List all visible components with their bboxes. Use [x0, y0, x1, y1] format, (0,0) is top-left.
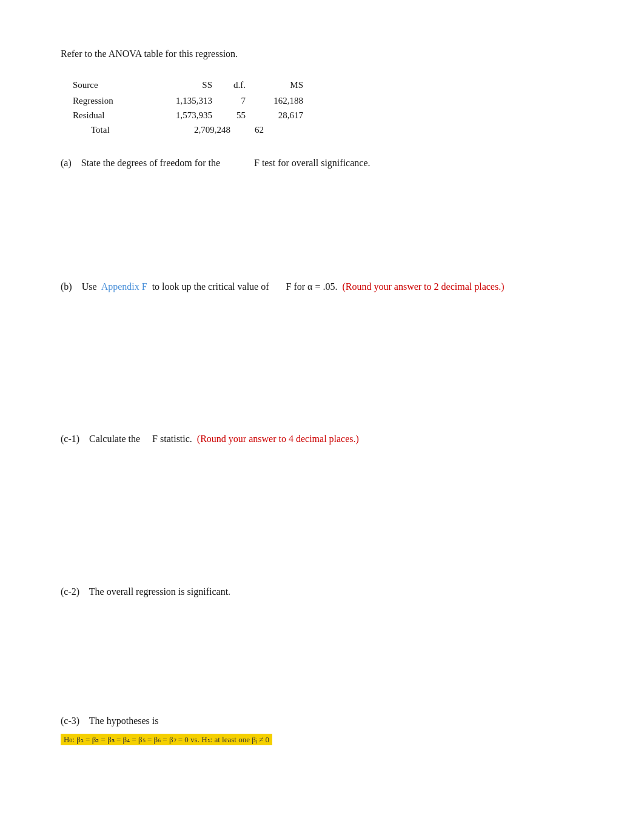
- table-row: Regression 1,135,313 7 162,188: [73, 93, 583, 108]
- part-c1-instruction: (Round your answer to 4 decimal places.): [197, 434, 359, 444]
- part-b-text2: to look up the critical value of: [152, 281, 269, 292]
- part-c1-text: Calculate the: [89, 434, 140, 444]
- row-total-df: 62: [243, 122, 273, 137]
- part-a-label: (a) State the degrees of freedom for the…: [61, 155, 583, 171]
- part-a-text: State the degrees of freedom for the: [81, 158, 220, 168]
- col-header-ss: SS: [146, 78, 224, 92]
- part-b-instruction: (Round your answer to 2 decimal places.): [342, 281, 504, 292]
- row-regression-ss: 1,135,313: [146, 93, 224, 108]
- part-b-text: Use: [82, 281, 97, 292]
- part-c1-label: (c-1) Calculate the F statistic. (Round …: [61, 431, 583, 447]
- part-b-answer-area: [61, 310, 583, 407]
- part-c3: (c-3) The hypotheses is H₀: β₁ = β₂ = β₃…: [61, 713, 583, 745]
- part-c2-answer-area: [61, 604, 583, 701]
- appendix-f-link[interactable]: Appendix F: [101, 281, 147, 292]
- row-total-source: Total: [91, 122, 164, 137]
- row-total-ms: [273, 122, 321, 137]
- row-residual-ss: 1,573,935: [146, 108, 224, 122]
- table-row: Residual 1,573,935 55 28,617: [73, 108, 583, 122]
- part-b-text3: F for α = .05.: [286, 281, 338, 292]
- part-b: (b) Use Appendix F to look up the critic…: [61, 279, 583, 407]
- part-c3-text: The hypotheses is: [89, 716, 159, 726]
- row-regression-ms: 162,188: [255, 93, 303, 108]
- col-header-source: Source: [73, 78, 146, 92]
- part-c1-answer-area: [61, 463, 583, 560]
- part-c2-text: The overall regression is significant.: [89, 586, 230, 597]
- row-regression-source: Regression: [73, 93, 146, 108]
- part-b-label: (b) Use Appendix F to look up the critic…: [61, 279, 583, 295]
- col-header-df: d.f.: [224, 78, 255, 92]
- part-a-answer-area: [61, 176, 583, 255]
- row-total-ss: 2,709,248: [164, 122, 243, 137]
- intro-text: Refer to the ANOVA table for this regres…: [61, 49, 583, 59]
- row-residual-df: 55: [224, 108, 255, 122]
- row-residual-ms: 28,617: [255, 108, 303, 122]
- part-c1: (c-1) Calculate the F statistic. (Round …: [61, 431, 583, 560]
- part-a-text2: F test for overall significance.: [254, 158, 371, 168]
- part-c3-label: (c-3) The hypotheses is: [61, 713, 583, 729]
- row-regression-df: 7: [224, 93, 255, 108]
- row-residual-source: Residual: [73, 108, 146, 122]
- col-header-ms: MS: [255, 78, 303, 92]
- part-c3-answer: H₀: β₁ = β₂ = β₃ = β₄ = β₅ = β₆ = β₇ = 0…: [61, 734, 272, 745]
- part-a: (a) State the degrees of freedom for the…: [61, 155, 583, 255]
- anova-table: Source SS d.f. MS Regression 1,135,313 7…: [73, 78, 583, 137]
- part-c2: (c-2) The overall regression is signific…: [61, 584, 583, 702]
- part-c2-label: (c-2) The overall regression is signific…: [61, 584, 583, 600]
- table-row: Total 2,709,248 62: [91, 122, 583, 137]
- part-c1-text2: F statistic.: [152, 434, 192, 444]
- part-c3-highlighted: H₀: β₁ = β₂ = β₃ = β₄ = β₅ = β₆ = β₇ = 0…: [61, 734, 583, 745]
